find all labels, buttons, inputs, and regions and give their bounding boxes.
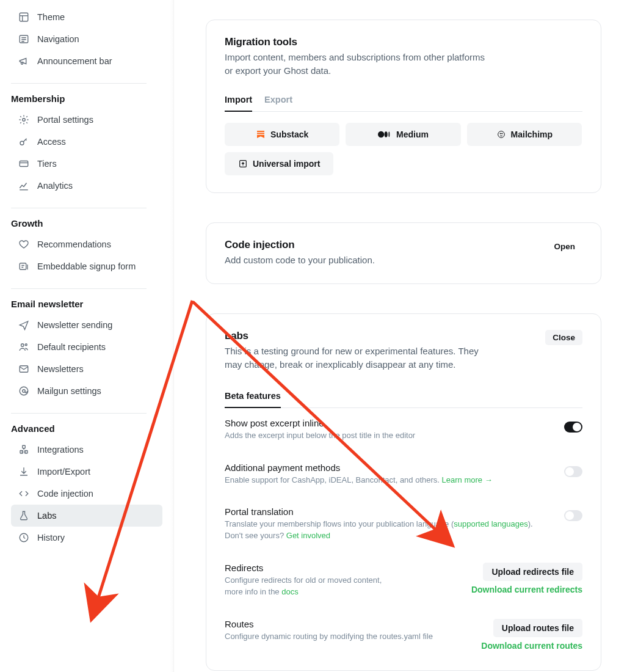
sidebar-item-newsletter-sending[interactable]: Newsletter sending [11, 314, 162, 336]
sidebar-item-label: Labs [37, 511, 56, 520]
feature-title: Routes [225, 619, 433, 629]
feature-sub: Translate your membership flows into you… [225, 519, 536, 542]
feature-title: Show post excerpt inline [225, 418, 415, 428]
sidebar-item-label: Announcement bar [37, 56, 112, 66]
svg-point-19 [388, 131, 390, 137]
svg-rect-16 [257, 133, 264, 134]
tab-import[interactable]: Import [225, 90, 252, 112]
sidebar-item-analytics[interactable]: Analytics [11, 175, 162, 197]
mail-icon [18, 363, 29, 374]
svg-point-2 [23, 119, 26, 122]
migration-tabs: Import Export [225, 90, 582, 112]
sidebar-item-portal[interactable]: Portal settings [11, 109, 162, 131]
sidebar-heading-membership: Membership [11, 93, 162, 104]
form-icon [18, 261, 29, 272]
sidebar-item-label: History [37, 533, 65, 542]
sidebar-item-newsletters[interactable]: Newsletters [11, 358, 162, 380]
list-icon [18, 34, 29, 45]
sidebar-heading-growth: Growth [11, 218, 162, 228]
sidebar-item-embed-form[interactable]: Embeddable signup form [11, 255, 162, 277]
megaphone-icon [18, 56, 29, 67]
tab-beta-features[interactable]: Beta features [225, 386, 281, 408]
chart-icon [18, 180, 29, 191]
sidebar-item-access[interactable]: Access [11, 131, 162, 153]
close-button[interactable]: Close [545, 330, 582, 345]
sidebar-item-import-export[interactable]: Import/Export [11, 461, 162, 483]
toggle-excerpt[interactable] [564, 422, 582, 433]
download-routes-link[interactable]: Download current routes [481, 641, 582, 651]
code-injection-card: Code injection Add custom code to your p… [206, 222, 601, 285]
open-button[interactable]: Open [546, 239, 582, 254]
divider [11, 288, 147, 289]
feature-title: Additional payment methods [225, 462, 493, 473]
sidebar-item-announcement[interactable]: Announcement bar [11, 50, 162, 72]
users-icon [18, 341, 29, 352]
sidebar-item-mailgun[interactable]: Mailgun settings [11, 380, 162, 402]
sidebar-item-label: Import/Export [37, 467, 90, 477]
svg-point-18 [385, 131, 388, 137]
sidebar-item-label: Access [37, 137, 66, 147]
sidebar-item-label: Newsletters [37, 364, 84, 374]
code-injection-title: Code injection [225, 239, 375, 251]
sidebar-item-label: Default recipients [37, 342, 106, 352]
migration-card: Migration tools Import content, members … [206, 20, 601, 193]
sidebar-item-label: Code injection [37, 489, 93, 499]
divider [11, 83, 147, 84]
supported-languages-link[interactable]: supported languages [454, 519, 527, 528]
sidebar-item-labs[interactable]: Labs [11, 505, 162, 527]
import-universal-button[interactable]: Universal import [225, 152, 333, 175]
migration-title: Migration tools [225, 36, 582, 48]
upload-routes-button[interactable]: Upload routes file [493, 619, 582, 637]
feature-redirects: Redirects Configure redirects for old or… [225, 553, 582, 609]
blocks-icon [18, 444, 29, 455]
mailchimp-icon [496, 130, 506, 139]
sidebar-item-default-recipients[interactable]: Default recipients [11, 336, 162, 358]
learn-more-link[interactable]: Learn more → [442, 475, 493, 484]
import-mailchimp-button[interactable]: Mailchimp [467, 123, 582, 146]
at-icon [18, 385, 29, 396]
clock-icon [18, 532, 29, 543]
upload-redirects-button[interactable]: Upload redirects file [483, 563, 582, 581]
feature-routes: Routes Configure dynamic routing by modi… [225, 609, 582, 653]
get-involved-link[interactable]: Get involved [286, 531, 330, 540]
card-icon [18, 158, 29, 169]
sidebar-item-recommendations[interactable]: Recommendations [11, 233, 162, 255]
svg-point-21 [500, 133, 501, 134]
gear-icon [18, 114, 29, 125]
sidebar-item-navigation[interactable]: Navigation [11, 28, 162, 50]
sidebar-item-label: Newsletter sending [37, 320, 112, 330]
sidebar-item-label: Theme [37, 12, 65, 22]
import-buttons: Substack Medium Mailchimp Universal impo… [225, 123, 582, 175]
toggle-portal-translation[interactable] [564, 510, 582, 521]
feature-payment: Additional payment methods Enable suppor… [225, 453, 582, 497]
feature-excerpt: Show post excerpt inline Adds the excerp… [225, 408, 582, 453]
download-redirects-link[interactable]: Download current redirects [471, 585, 582, 594]
svg-point-22 [501, 133, 502, 134]
upload-icon [238, 159, 248, 169]
labs-card: Labs This is a testing ground for new or… [206, 313, 601, 671]
divider [11, 413, 147, 414]
svg-point-20 [498, 131, 504, 137]
import-substack-button[interactable]: Substack [225, 123, 339, 146]
sidebar-item-integrations[interactable]: Integrations [11, 439, 162, 461]
flask-icon [18, 510, 29, 521]
feature-sub: Configure dynamic routing by modifying t… [225, 631, 433, 643]
toggle-payment[interactable] [564, 466, 582, 477]
feature-title: Portal translation [225, 506, 536, 517]
sidebar-item-history[interactable]: History [11, 527, 162, 549]
svg-point-17 [378, 131, 384, 137]
tab-export[interactable]: Export [264, 90, 292, 111]
divider [11, 208, 147, 208]
svg-rect-15 [257, 131, 264, 132]
sidebar-item-tiers[interactable]: Tiers [11, 153, 162, 175]
docs-link[interactable]: docs [281, 587, 298, 596]
import-medium-button[interactable]: Medium [346, 123, 460, 146]
feature-sub: Enable support for CashApp, iDEAL, Banco… [225, 475, 493, 486]
sidebar-item-label: Integrations [37, 445, 84, 455]
svg-rect-0 [20, 13, 28, 21]
sidebar-item-code-injection[interactable]: Code injection [11, 483, 162, 505]
sidebar-item-label: Tiers [37, 159, 57, 169]
sidebar-item-theme[interactable]: Theme [11, 6, 162, 28]
labs-title: Labs [225, 330, 487, 342]
svg-rect-4 [20, 161, 28, 167]
